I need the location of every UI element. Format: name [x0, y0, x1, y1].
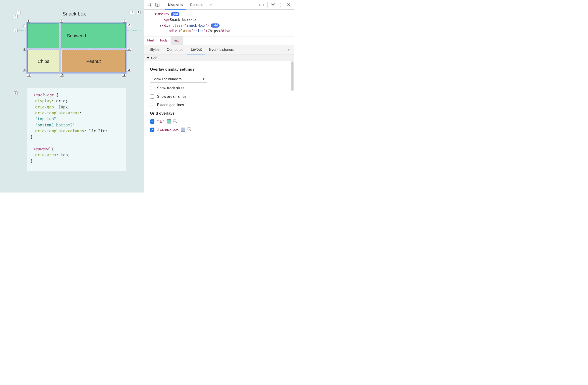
highlight-element-icon[interactable]: [187, 127, 191, 132]
page-viewport: 1 -1 2 1 2 3 Snack box 1 2 3 1 -3 2 -2 3…: [0, 0, 144, 192]
row-line-2: 2: [23, 48, 26, 51]
snack-box-grid: Seaweed Chips Peanut: [27, 23, 126, 72]
col-line-1: 1: [27, 20, 30, 22]
snack-chips: Chips: [28, 50, 60, 72]
snack-seaweed: Seaweed: [28, 23, 126, 48]
panel-tab-styles[interactable]: Styles: [146, 45, 163, 54]
warning-triangle-icon: ▲: [258, 3, 261, 7]
section-grid-label: Grid: [151, 56, 157, 60]
grid-overlay-main: main: [150, 119, 288, 124]
color-swatch[interactable]: [181, 128, 185, 132]
outer-row-1: 1: [14, 15, 18, 18]
warning-count: 1: [262, 3, 264, 7]
snack-box-wrap: 1 2 3 1 -3 2 -2 3 -1 -3 -2 -1 Seaweed Ch…: [27, 23, 126, 72]
row-line-neg1-r: -1: [127, 69, 131, 72]
check-show-area-names[interactable]: Show area names: [150, 94, 288, 99]
grid-overlay-snack-box: div.snack-box: [150, 127, 288, 132]
chevron-down-icon: ▾: [203, 77, 205, 81]
scrollbar[interactable]: [291, 61, 294, 192]
css-code-block: .snack-box { display: grid; grid-gap: 10…: [27, 88, 126, 171]
checkbox-checked[interactable]: [150, 128, 154, 132]
panel-tab-event-listeners[interactable]: Event Listeners: [205, 45, 238, 54]
check-label: Extend grid lines: [157, 103, 184, 107]
dom-tree[interactable]: ▼<main>grid <p>Snack box</p> ▼<div class…: [144, 10, 294, 36]
section-grid-header[interactable]: ▼ Grid: [144, 54, 294, 61]
panel-tab-computed[interactable]: Computed: [163, 45, 187, 54]
checkbox-unchecked[interactable]: [150, 94, 154, 99]
col-line-2: 2: [60, 20, 63, 22]
outer-col-2: 2: [137, 11, 140, 14]
device-toggle-icon[interactable]: [154, 1, 161, 8]
row-line-3: 3: [23, 69, 26, 72]
checkbox-unchecked[interactable]: [150, 103, 154, 107]
gear-icon[interactable]: [269, 1, 277, 8]
crumb-html[interactable]: html: [144, 37, 157, 45]
more-tabs-icon[interactable]: »: [207, 1, 214, 8]
overlay-settings-heading: Overlay display settings: [150, 67, 288, 72]
overlay-label[interactable]: div.snack-box: [157, 128, 179, 132]
inspect-icon[interactable]: [146, 1, 153, 8]
highlight-element-icon[interactable]: [173, 119, 177, 124]
check-show-track-sizes[interactable]: Show track sizes: [150, 86, 288, 90]
tab-elements[interactable]: Elements: [165, 0, 187, 10]
row-line-1: 1: [23, 24, 26, 27]
page-title: Snack box: [18, 11, 130, 17]
grid-badge[interactable]: grid: [171, 12, 180, 16]
kebab-icon[interactable]: ⋮: [277, 1, 284, 8]
outer-row-3: 3: [14, 91, 18, 95]
snack-peanut: Peanut: [62, 50, 126, 72]
col-line-neg1: -1: [122, 74, 126, 77]
line-number-select-value: Show line numbers: [153, 77, 182, 81]
check-label: Show track sizes: [157, 86, 185, 90]
grid-badge[interactable]: grid: [211, 23, 220, 28]
overlay-label[interactable]: main: [157, 119, 165, 124]
warning-badge[interactable]: ▲ 1: [258, 3, 264, 7]
row-line-neg2-r: -2: [127, 48, 131, 51]
col-line-3: 3: [123, 20, 126, 22]
checkbox-unchecked[interactable]: [150, 86, 154, 90]
crumb-nav[interactable]: nav: [170, 37, 182, 45]
row-line-neg3-r: -3: [127, 24, 131, 27]
svg-point-3: [273, 4, 274, 5]
disclosure-triangle-icon: ▼: [147, 56, 150, 60]
outer-row-2: 2: [14, 29, 18, 32]
devtools-tabbar: Elements Console » ▲ 1 ⋮ ✕: [144, 0, 294, 10]
line-number-select[interactable]: Show line numbers ▾: [150, 75, 207, 83]
grid-overlays-heading: Grid overlays: [150, 111, 288, 116]
color-swatch[interactable]: [167, 119, 171, 124]
col-line-neg2: -2: [60, 74, 64, 77]
check-extend-grid-lines[interactable]: Extend grid lines: [150, 103, 288, 107]
tab-console[interactable]: Console: [187, 0, 207, 9]
outer-col-neg1: -1: [129, 11, 134, 14]
devtools-panel: Elements Console » ▲ 1 ⋮ ✕ ▼<main>grid <…: [144, 0, 294, 192]
svg-rect-1: [155, 3, 158, 6]
close-icon[interactable]: ✕: [285, 1, 292, 8]
panel-tab-layout[interactable]: Layout: [187, 45, 205, 54]
col-line-neg3: -3: [27, 74, 31, 77]
check-label: Show area names: [157, 95, 187, 99]
checkbox-checked[interactable]: [150, 119, 154, 124]
crumb-body[interactable]: body: [157, 37, 171, 45]
panel-tabs: Styles Computed Layout Event Listeners »: [144, 45, 294, 54]
more-panel-tabs-icon[interactable]: »: [285, 46, 292, 53]
breadcrumb: html body nav: [144, 36, 294, 45]
layout-panel-body: Overlay display settings Show line numbe…: [144, 61, 294, 192]
